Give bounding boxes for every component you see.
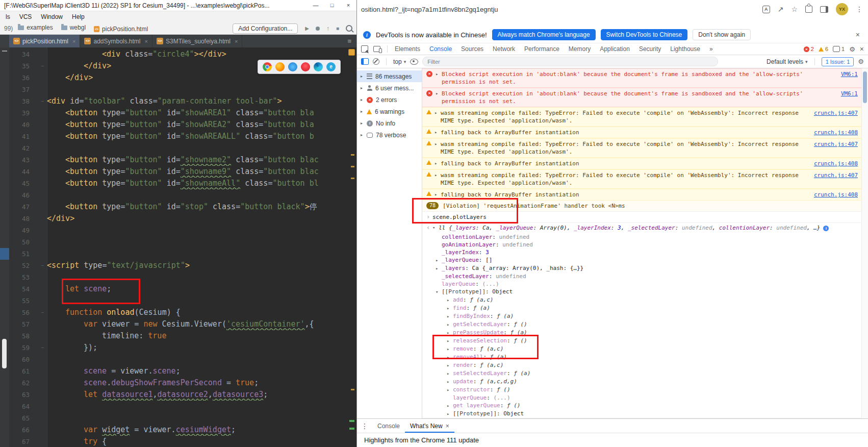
tree-expand-icon[interactable]: ▸ [447,345,453,353]
stripe-scroll-handle[interactable] [2,339,7,368]
firefox-browser-icon[interactable] [275,62,285,71]
disclosure-icon[interactable]: ▸ [361,97,366,102]
code-text[interactable] [47,401,349,412]
devtools-tab-sources[interactable]: Sources [456,43,488,55]
collapse-icon[interactable]: ▾ [432,224,439,232]
tree-expand-icon[interactable]: ▸ [447,296,453,304]
menu-item-window[interactable]: Window [36,13,67,20]
code-text[interactable]: <button type="button" id="showname2" cla… [47,154,349,166]
tree-expand-icon[interactable]: ▸ [447,378,453,386]
browser-menu-icon[interactable]: ⋮ [856,5,863,13]
match-language-button[interactable]: Always match Chrome's language [492,29,596,40]
stop-icon[interactable]: ■ [336,26,339,31]
safari-browser-icon[interactable] [288,62,297,71]
devtools-tab-elements[interactable]: Elements [390,43,425,55]
live-expression-eye-icon[interactable] [410,59,418,65]
fold-marker[interactable]: − [38,342,47,354]
whats-new-heading[interactable]: Highlights from the Chrome 111 update [364,436,479,444]
source-link[interactable]: crunch.js:407 [814,171,858,179]
code-text[interactable]: <button type="button" id="showname9" cla… [47,166,349,178]
source-link[interactable]: VM6:1 [841,70,858,78]
maximize-icon[interactable]: □ [324,0,340,11]
code-text[interactable] [47,295,349,307]
command-text[interactable]: scene.plotLayers [432,213,858,221]
console-sidebar-toggle-icon[interactable] [361,58,369,65]
fold-marker[interactable]: − [38,307,47,318]
tree-expand-icon[interactable]: ▸ [447,362,453,369]
tree-expand-icon[interactable]: ▸ [447,410,453,418]
tree-expand-icon[interactable]: ▸ [447,386,453,394]
console-sidebar-item[interactable]: ▸×2 errors [357,94,422,106]
scrollbar-warning-mark[interactable] [351,389,354,390]
scrollbar-vcs-mark[interactable] [349,428,354,430]
minimize-icon[interactable]: — [308,0,324,11]
inspections-widget-icon[interactable] [348,49,355,56]
fold-marker[interactable]: − [38,95,47,107]
code-text[interactable]: let scene; [47,283,349,295]
fold-marker[interactable]: − [38,260,47,271]
messages-count-badge[interactable]: 1 [833,46,845,52]
add-configuration-button[interactable]: Add Configuration... [233,23,298,34]
update-icon[interactable]: ↑ [326,25,329,32]
code-text[interactable] [47,248,349,260]
devtools-settings-gear-icon[interactable]: ⚙ [849,45,855,53]
disclosure-icon[interactable]: ▸ [361,133,366,137]
scrollbar-thumb[interactable] [863,71,867,103]
devtools-tab-performance[interactable]: Performance [520,43,564,55]
profile-avatar[interactable]: YX [836,3,848,15]
disclosure-icon[interactable]: ▸ [361,109,366,114]
disclosure-icon[interactable]: ▸ [361,86,366,90]
code-text[interactable] [47,142,349,154]
context-selector[interactable]: top ▾ [393,58,406,65]
console-sidebar-item[interactable]: ▸86 messages [357,70,422,82]
code-text[interactable] [47,84,349,95]
ie-browser-icon[interactable]: e [326,62,336,71]
code-text[interactable]: try { [47,436,349,447]
scrollbar-vcs-mark[interactable] [349,420,354,422]
disclosure-icon[interactable]: ▸ [361,74,366,79]
tree-expand-icon[interactable]: ▸ [447,370,453,378]
console-sidebar-item[interactable]: ▸6 user mess... [357,82,422,94]
editor-tab[interactable]: <>addSymbols.html× [80,35,152,47]
device-toolbar-icon[interactable] [373,46,380,52]
editor-tab[interactable]: <>S3MTiles_suofeiya.html× [152,35,242,47]
url-text[interactable]: osition.html?_ijt=nqp7a1m1tfinv8bn2gq1eg… [361,6,498,13]
expand-icon[interactable]: ▸ [435,109,441,117]
code-text[interactable] [47,189,349,201]
devtools-tab-overflow-icon[interactable]: » [705,43,718,55]
clear-console-icon[interactable] [373,58,379,65]
drawer-tab-whatsnew[interactable]: What's New× [405,419,454,433]
devtools-tab-application[interactable]: Application [595,43,634,55]
code-text[interactable]: <div id="toolbar" class="param-container… [47,95,349,107]
console-settings-gear-icon[interactable]: ⚙ [858,58,864,65]
code-text[interactable]: <button type="button" id="showAREAALL" c… [47,131,349,142]
close-tab-icon[interactable]: × [235,38,238,44]
close-infobar-icon[interactable]: × [856,31,868,39]
code-text[interactable] [47,412,349,424]
source-link[interactable]: crunch.js:407 [814,140,858,148]
source-link[interactable]: crunch.js:407 [814,109,858,117]
source-link[interactable]: crunch.js:408 [814,191,858,198]
code-text[interactable]: timeline: true [47,330,349,342]
debug-icon[interactable] [316,27,320,31]
close-devtools-icon[interactable]: × [860,45,864,53]
devtools-tab-lighthouse[interactable]: Lighthouse [666,43,705,55]
tree-expand-icon[interactable]: ▸ [447,354,453,361]
code-text[interactable] [47,236,349,248]
address-bar[interactable]: osition.html?_ijt=nqp7a1m1tfinv8bn2gq1eg… [357,0,868,18]
tree-expand-icon[interactable]: ▸ [447,321,453,329]
drawer-tab-console[interactable]: Console [372,419,405,433]
code-text[interactable]: <button type="button" id="showAREA2" cla… [47,119,349,131]
console-filter-input[interactable] [422,57,718,66]
extensions-icon[interactable] [805,6,812,13]
object-preview[interactable]: ll {_layers: Ca, _layerQueue: Array(0), … [439,224,858,232]
edge-browser-icon[interactable] [314,62,323,71]
code-text[interactable]: var viewer = new Cesium.Viewer('cesiumCo… [47,318,349,330]
inspect-element-icon[interactable] [361,45,368,53]
tree-expand-icon[interactable]: ▸ [447,305,453,312]
code-text[interactable]: </div> [47,213,349,225]
code-text[interactable]: <button type="button" id="showAREA1" cla… [47,107,349,119]
code-text[interactable]: scene.debugShowFramesPerSecond = true; [47,377,349,389]
console-scrollbar[interactable] [861,68,868,418]
drawer-menu-icon[interactable]: ⋮ [361,422,368,430]
